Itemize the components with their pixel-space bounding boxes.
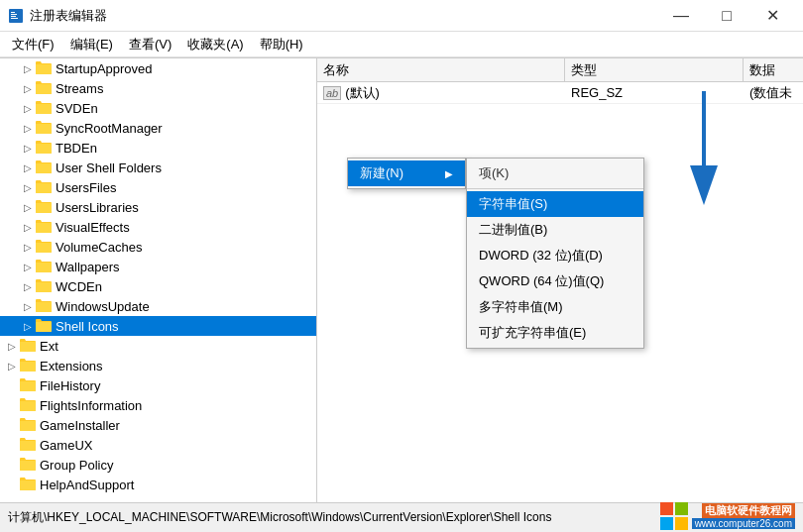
tree-label-usersfiles: UsersFiles	[56, 180, 116, 195]
menu-favorites[interactable]: 收藏夹(A)	[179, 34, 251, 55]
folder-icon-helpandsupport	[20, 477, 38, 493]
cell-default-data: (数值未	[744, 82, 803, 104]
tree-item-syncrootmanager[interactable]: ▷ SyncRootManager	[0, 118, 316, 138]
svg-rect-7	[660, 502, 673, 515]
new-menu-label: 新建(N)	[360, 164, 403, 182]
tree-item-svden[interactable]: ▷ SVDEn	[0, 98, 316, 118]
content-panel: 名称 类型 数据 ab (默认) REG_SZ (数值未	[317, 58, 803, 502]
col-header-type: 类型	[565, 58, 744, 81]
tree-item-gameux[interactable]: ▷ GameUX	[0, 435, 316, 455]
folder-icon-svden	[36, 100, 54, 117]
tree-item-visualeffects[interactable]: ▷ VisualEffects	[0, 217, 316, 237]
minimize-button[interactable]: —	[658, 0, 704, 32]
submenu-item-binary[interactable]: 二进制值(B)	[467, 217, 643, 243]
new-submenu-child[interactable]: 项(K) 字符串值(S) 二进制值(B) DWORD (32 位)值(D) QW…	[466, 158, 644, 349]
submenu-item-qword[interactable]: QWORD (64 位)值(Q)	[467, 268, 643, 294]
ab-icon: ab	[323, 86, 341, 100]
folder-icon-gameinstaller	[20, 417, 38, 434]
menu-edit[interactable]: 编辑(E)	[62, 34, 121, 55]
folder-icon-usersfiles	[36, 179, 54, 196]
default-name-label: (默认)	[345, 84, 380, 102]
tree-item-wcden[interactable]: ▷ WCDEn	[0, 276, 316, 296]
folder-icon-wallpapers	[36, 259, 54, 275]
folder-icon-userslibraries	[36, 199, 54, 216]
arrow-streams: ▷	[20, 83, 36, 94]
arrow-wallpapers: ▷	[20, 262, 36, 272]
arrow-grouppolicy: ▷	[4, 460, 20, 471]
menu-help[interactable]: 帮助(H)	[252, 34, 311, 55]
content-row-default[interactable]: ab (默认) REG_SZ (数值未	[317, 82, 803, 104]
tree-label-ext: Ext	[40, 339, 58, 354]
tree-item-streams[interactable]: ▷ Streams	[0, 78, 316, 98]
tree-item-usershellfolders[interactable]: ▷ User Shell Folders	[0, 158, 316, 177]
app-icon	[8, 8, 24, 24]
tree-item-volumecaches[interactable]: ▷ VolumeCaches	[0, 237, 316, 257]
folder-icon-usershellfolders	[36, 160, 54, 176]
arrow-windowsupdate: ▷	[20, 301, 36, 312]
new-submenu-parent[interactable]: 新建(N) ▶	[347, 158, 466, 189]
title-controls: — □ ✕	[658, 0, 795, 32]
tree-label-shellicons: Shell Icons	[56, 319, 119, 334]
arrow-syncrootmanager: ▷	[20, 123, 36, 134]
tree-item-extensions[interactable]: ▷ Extensions	[0, 356, 316, 375]
tree-item-tbden[interactable]: ▷ TBDEn	[0, 138, 316, 158]
menu-file[interactable]: 文件(F)	[4, 34, 62, 55]
submenu-item-string[interactable]: 字符串值(S)	[467, 191, 643, 217]
tree-label-grouppolicy: Group Policy	[40, 458, 113, 473]
menu-view[interactable]: 查看(V)	[121, 34, 179, 55]
watermark-line2: www.computer26.com	[692, 518, 795, 529]
tree-label-filehistory: FileHistory	[40, 378, 100, 393]
tree-item-filehistory[interactable]: ▷ FileHistory	[0, 375, 316, 395]
svg-rect-4	[11, 18, 18, 19]
status-bar: 计算机\HKEY_LOCAL_MACHINE\SOFTWARE\Microsof…	[0, 502, 803, 532]
title-left: 注册表编辑器	[8, 7, 107, 25]
tree-item-wallpapers[interactable]: ▷ Wallpapers	[0, 257, 316, 276]
folder-icon-filehistory	[20, 377, 38, 394]
tree-label-extensions: Extensions	[40, 359, 103, 373]
tree-item-ext[interactable]: ▷ Ext	[0, 336, 316, 356]
tree-scroll[interactable]: ▷ StartupApproved ▷ Streams ▷ SVDEn	[0, 58, 316, 502]
submenu-divider	[467, 188, 643, 189]
arrow-gameinstaller: ▷	[4, 420, 20, 431]
submenu-item-key[interactable]: 项(K)	[467, 160, 643, 186]
folder-icon-ext	[20, 338, 38, 355]
folder-icon-syncrootmanager	[36, 120, 54, 137]
tree-item-flightsinformation[interactable]: ▷ FlightsInformation	[0, 395, 316, 415]
maximize-button[interactable]: □	[704, 0, 749, 32]
close-button[interactable]: ✕	[749, 0, 795, 32]
tree-item-helpandsupport[interactable]: ▷ HelpAndSupport	[0, 475, 316, 494]
tree-label-visualeffects: VisualEffects	[56, 220, 130, 235]
tree-item-windowsupdate[interactable]: ▷ WindowsUpdate	[0, 296, 316, 316]
folder-icon-startupapproved	[36, 60, 54, 77]
submenu-item-dword[interactable]: DWORD (32 位)值(D)	[467, 243, 643, 268]
submenu-item-multistring[interactable]: 多字符串值(M)	[467, 294, 643, 320]
tree-label-streams: Streams	[56, 81, 103, 96]
new-menu-item[interactable]: 新建(N) ▶	[348, 160, 465, 186]
watermark-line1: 电脑软硬件教程网	[702, 503, 795, 518]
tree-item-grouppolicy[interactable]: ▷ Group Policy	[0, 455, 316, 475]
tree-label-tbden: TBDEn	[56, 141, 97, 156]
menu-bar: 文件(F) 编辑(E) 查看(V) 收藏夹(A) 帮助(H)	[0, 32, 803, 57]
svg-rect-10	[675, 517, 688, 530]
context-menu-overlay: 新建(N) ▶ 项(K) 字符串值(S) 二进制值(B) DWORD (32 位…	[317, 98, 803, 532]
cell-default-type: REG_SZ	[565, 83, 744, 102]
title-bar: 注册表编辑器 — □ ✕	[0, 0, 803, 32]
tree-label-wallpapers: Wallpapers	[56, 260, 120, 274]
tree-item-shellicons[interactable]: ▷ Shell Icons	[0, 316, 316, 336]
tree-item-usersfiles[interactable]: ▷ UsersFiles	[0, 177, 316, 197]
svg-rect-3	[11, 16, 16, 17]
tree-item-startupapproved[interactable]: ▷ StartupApproved	[0, 58, 316, 78]
tree-label-syncrootmanager: SyncRootManager	[56, 121, 163, 136]
arrow-wcden: ▷	[20, 281, 36, 292]
main-area: ▷ StartupApproved ▷ Streams ▷ SVDEn	[0, 57, 803, 502]
folder-icon-tbden	[36, 140, 54, 157]
arrow-startupapproved: ▷	[20, 63, 36, 74]
arrow-usersfiles: ▷	[20, 182, 36, 193]
tree-item-gameinstaller[interactable]: ▷ GameInstaller	[0, 415, 316, 435]
tree-label-wcden: WCDEn	[56, 279, 102, 294]
folder-icon-streams	[36, 80, 54, 97]
tree-item-userslibraries[interactable]: ▷ UsersLibraries	[0, 197, 316, 217]
submenu-item-expandstring[interactable]: 可扩充字符串值(E)	[467, 320, 643, 346]
tree-label-gameinstaller: GameInstaller	[40, 418, 120, 433]
folder-icon-extensions	[20, 358, 38, 374]
